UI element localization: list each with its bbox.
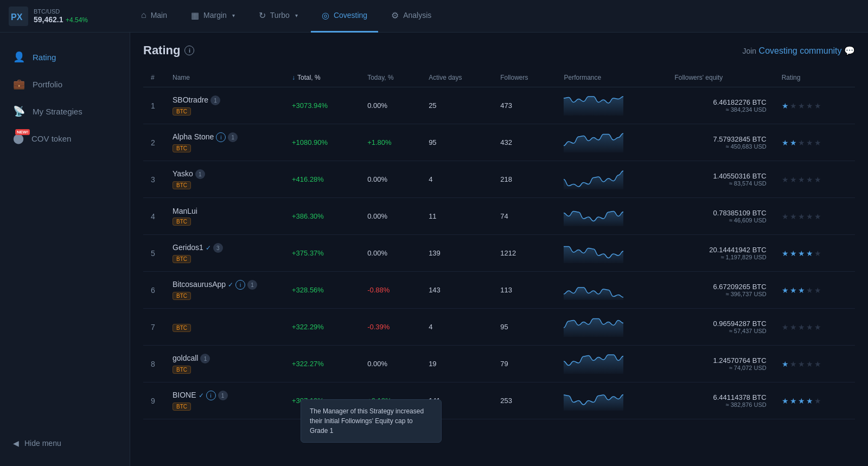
table-row[interactable]: 8 goldcall1 BTC +322.27% 0.00% 19 79 1.2… xyxy=(143,346,855,382)
equity-cell: 6.67209265 BTC ≈ 396,737 USD xyxy=(667,272,774,309)
col-header-performance[interactable]: Performance xyxy=(556,68,667,87)
nav-item-main[interactable]: ⌂ Main xyxy=(130,0,178,33)
equity-cell: 0.96594287 BTC ≈ 57,437 USD xyxy=(667,309,774,346)
followers-cell: 79 xyxy=(493,346,556,382)
name-cell: SBOtradre1 BTC xyxy=(165,87,284,124)
total-cell: +375.37% xyxy=(284,235,360,272)
info-icon[interactable]: i xyxy=(235,280,245,290)
rank-cell: 8 xyxy=(143,346,165,382)
currency-badge: BTC xyxy=(173,292,191,300)
currency-badge: BTC xyxy=(173,181,191,189)
followers-count: 74 xyxy=(500,212,508,220)
total-percent: +386.30% xyxy=(292,212,324,220)
nav-item-analysis[interactable]: ⚙ Analysis xyxy=(380,0,442,33)
table-row[interactable]: 1 SBOtradre1 BTC +3073.94% 0.00% 25 473 … xyxy=(143,87,855,124)
rank-number: 6 xyxy=(151,286,155,295)
active-days-cell: 4 xyxy=(421,161,493,198)
table-row[interactable]: 9 BIONE✓i1 BTC +307.19% +0.18% 141 253 6… xyxy=(143,382,855,419)
currency-badge: BTC xyxy=(173,324,191,332)
sidebar-item-cov-token[interactable]: ⬤ NEW! COV token xyxy=(0,125,130,152)
btc-amount: 1.40550316 BTC xyxy=(674,172,766,180)
star-1: ★ xyxy=(782,138,789,147)
sidebar-label-strategies: My Strategies xyxy=(33,107,82,116)
col-header-followers[interactable]: Followers xyxy=(493,68,556,87)
rank-cell: 2 xyxy=(143,124,165,161)
performance-cell xyxy=(556,346,667,382)
table-row[interactable]: 5 Geridos1✓3 BTC +375.37% 0.00% 139 1212… xyxy=(143,235,855,272)
active-days-cell: 11 xyxy=(421,198,493,235)
table-row[interactable]: 2 Alpha Stonei1 BTC +1080.90% +1.80% 95 … xyxy=(143,124,855,161)
active-days-cell: 143 xyxy=(421,272,493,309)
price-line: 59,462.1 +4.54% xyxy=(34,15,88,24)
star-5: ★ xyxy=(814,323,821,331)
rating-cell: ★★★★★ xyxy=(774,272,855,309)
rating-cell: ★★★★★ xyxy=(774,161,855,198)
name-cell: Alpha Stonei1 BTC xyxy=(165,124,284,161)
rank-cell: 3 xyxy=(143,161,165,198)
community-link[interactable]: Covesting community xyxy=(759,46,842,55)
followers-cell: 113 xyxy=(493,272,556,309)
active-days: 19 xyxy=(429,360,436,368)
today-cell: -0.39% xyxy=(360,309,421,346)
col-header-rating[interactable]: Rating xyxy=(774,68,855,87)
sidebar-item-my-strategies[interactable]: 📡 My Strategies xyxy=(0,98,130,125)
total-cell: +3073.94% xyxy=(284,87,360,124)
rating-cell: ★★★★★ xyxy=(774,346,855,382)
star-4: ★ xyxy=(806,360,813,368)
sidebar-item-portfolio[interactable]: 💼 Portfolio xyxy=(0,71,130,98)
col-header-equity[interactable]: Followers' equity xyxy=(667,68,774,87)
name-cell: goldcall1 BTC xyxy=(165,346,284,382)
star-4: ★ xyxy=(806,175,813,184)
table-row[interactable]: 3 Yasko1 BTC +416.28% 0.00% 4 218 1.4055… xyxy=(143,161,855,198)
turbo-icon: ↻ xyxy=(259,10,266,21)
sidebar-item-rating[interactable]: 👤 Rating xyxy=(0,43,130,71)
rating-cell: ★★★★★ xyxy=(774,235,855,272)
trader-info: BIONE✓i1 xyxy=(173,391,277,401)
logo-area: PX BTC/USD 59,462.1 +4.54% xyxy=(0,7,130,26)
trader-name: BitcosaurusApp xyxy=(173,280,226,289)
hide-menu-button[interactable]: ◀ Hide menu xyxy=(0,431,130,455)
today-percent: 0.00% xyxy=(367,175,387,183)
trader-name: ManLui xyxy=(173,207,197,215)
nav-item-covesting[interactable]: ◎ Covesting xyxy=(311,0,378,33)
table-header-row: # Name ↓Total, % Today, % Active days Fo… xyxy=(143,68,855,87)
star-1: ★ xyxy=(782,397,789,405)
btc-amount: 0.96594287 BTC xyxy=(674,320,766,328)
table-row[interactable]: 7 BTC +322.29% -0.39% 4 95 0.96594287 BT… xyxy=(143,309,855,346)
followers-count: 253 xyxy=(500,397,512,405)
badge-num: 1 xyxy=(247,280,257,290)
nav-item-turbo[interactable]: ↻ Turbo ▾ xyxy=(248,0,309,33)
badge-num: 1 xyxy=(200,354,210,363)
table-row[interactable]: 4 ManLui BTC +386.30% 0.00% 11 74 0.7838… xyxy=(143,198,855,235)
badge-num: 1 xyxy=(218,391,228,400)
nav-item-margin[interactable]: ▦ Margin ▾ xyxy=(180,0,246,33)
usd-amount: ≈ 382,876 USD xyxy=(674,401,766,408)
col-header-total[interactable]: ↓Total, % xyxy=(284,68,360,87)
usd-amount: ≈ 1,197,829 USD xyxy=(674,254,766,260)
rating-info-icon[interactable]: i xyxy=(184,46,194,55)
info-icon[interactable]: i xyxy=(216,132,226,142)
col-header-today[interactable]: Today, % xyxy=(360,68,421,87)
today-percent: -0.39% xyxy=(367,323,390,331)
star-5: ★ xyxy=(814,101,821,110)
tooltip-box: The Manager of this Strategy increased t… xyxy=(301,399,442,443)
trader-info: Yasko1 xyxy=(173,169,277,180)
star-rating: ★★★★★ xyxy=(782,249,847,258)
star-rating: ★★★★★ xyxy=(782,323,847,331)
info-icon[interactable]: i xyxy=(206,391,216,400)
active-days: 25 xyxy=(429,101,436,110)
performance-cell xyxy=(556,235,667,272)
rating-cell: ★★★★★ xyxy=(774,198,855,235)
star-2: ★ xyxy=(790,212,797,221)
chevron-down-icon-2: ▾ xyxy=(295,12,298,18)
usd-amount: ≈ 74,072 USD xyxy=(674,365,766,371)
col-header-active-days[interactable]: Active days xyxy=(421,68,493,87)
rank-cell: 7 xyxy=(143,309,165,346)
table-row[interactable]: 6 BitcosaurusApp✓i1 BTC +328.56% -0.88% … xyxy=(143,272,855,309)
svg-text:PX: PX xyxy=(11,12,23,22)
strategies-icon: 📡 xyxy=(13,105,25,117)
active-days: 4 xyxy=(429,175,432,183)
star-3: ★ xyxy=(798,397,805,405)
portfolio-icon: 💼 xyxy=(13,78,25,90)
btc-amount: 6.44114378 BTC xyxy=(674,393,766,401)
